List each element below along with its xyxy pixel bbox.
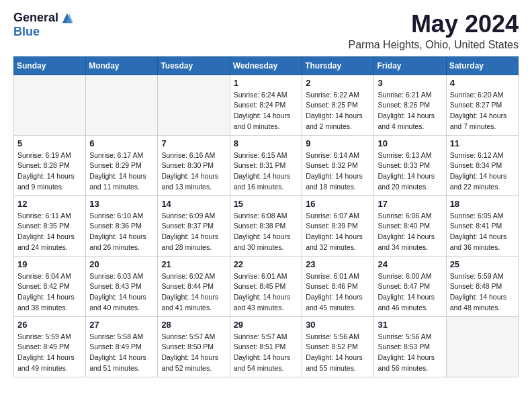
calendar-cell: 8Sunrise: 6:15 AMSunset: 8:31 PMDaylight… (230, 135, 302, 195)
calendar-cell: 4Sunrise: 6:20 AMSunset: 8:27 PMDaylight… (446, 75, 518, 135)
calendar-cell: 19Sunrise: 6:04 AMSunset: 8:42 PMDayligh… (14, 256, 86, 316)
page-header: General Blue May 2024 Parma Heights, Ohi… (13, 11, 519, 51)
day-info: Sunrise: 6:02 AMSunset: 8:44 PMDaylight:… (161, 271, 226, 314)
day-info: Sunrise: 6:20 AMSunset: 8:27 PMDaylight:… (450, 90, 515, 132)
calendar-cell: 3Sunrise: 6:21 AMSunset: 8:26 PMDaylight… (374, 75, 446, 135)
calendar-cell: 14Sunrise: 6:09 AMSunset: 8:37 PMDayligh… (158, 195, 230, 256)
calendar-cell: 21Sunrise: 6:02 AMSunset: 8:44 PMDayligh… (158, 256, 230, 316)
day-number: 24 (378, 259, 442, 269)
calendar-cell: 7Sunrise: 6:16 AMSunset: 8:30 PMDaylight… (158, 135, 230, 195)
day-number: 28 (161, 320, 226, 330)
calendar-cell: 13Sunrise: 6:10 AMSunset: 8:36 PMDayligh… (86, 195, 158, 256)
calendar-cell: 29Sunrise: 5:57 AMSunset: 8:51 PMDayligh… (230, 316, 302, 377)
day-number: 19 (17, 259, 82, 269)
day-number: 29 (234, 320, 299, 330)
calendar-cell: 30Sunrise: 5:56 AMSunset: 8:52 PMDayligh… (302, 316, 374, 377)
day-number: 12 (17, 199, 82, 209)
header-tuesday: Tuesday (158, 56, 230, 75)
calendar-cell: 23Sunrise: 6:01 AMSunset: 8:46 PMDayligh… (302, 256, 374, 316)
day-info: Sunrise: 5:59 AMSunset: 8:48 PMDaylight:… (450, 271, 515, 314)
day-info: Sunrise: 5:56 AMSunset: 8:52 PMDaylight:… (306, 332, 370, 374)
day-number: 16 (306, 199, 370, 209)
calendar-week-row: 5Sunrise: 6:19 AMSunset: 8:28 PMDaylight… (14, 135, 519, 195)
calendar-cell (14, 75, 86, 135)
header-saturday: Saturday (446, 56, 518, 75)
calendar-cell: 1Sunrise: 6:24 AMSunset: 8:24 PMDaylight… (230, 75, 302, 135)
calendar-week-row: 12Sunrise: 6:11 AMSunset: 8:35 PMDayligh… (14, 195, 519, 256)
day-info: Sunrise: 6:24 AMSunset: 8:24 PMDaylight:… (234, 90, 299, 132)
title-section: May 2024 Parma Heights, Ohio, United Sta… (349, 11, 519, 51)
month-title: May 2024 (349, 11, 519, 38)
day-number: 30 (306, 320, 370, 330)
calendar-cell: 5Sunrise: 6:19 AMSunset: 8:28 PMDaylight… (14, 135, 86, 195)
logo-blue-text: Blue (13, 25, 40, 39)
day-number: 7 (161, 138, 226, 148)
day-number: 15 (234, 199, 299, 209)
calendar-table: SundayMondayTuesdayWednesdayThursdayFrid… (13, 56, 519, 377)
calendar-week-row: 26Sunrise: 5:59 AMSunset: 8:49 PMDayligh… (14, 316, 519, 377)
day-info: Sunrise: 6:04 AMSunset: 8:42 PMDaylight:… (17, 271, 82, 314)
calendar-cell: 10Sunrise: 6:13 AMSunset: 8:33 PMDayligh… (374, 135, 446, 195)
day-info: Sunrise: 6:17 AMSunset: 8:29 PMDaylight:… (89, 150, 154, 193)
day-number: 21 (161, 259, 226, 269)
calendar-cell: 27Sunrise: 5:58 AMSunset: 8:49 PMDayligh… (86, 316, 158, 377)
day-number: 6 (89, 138, 154, 148)
calendar-cell (446, 316, 518, 377)
day-number: 11 (450, 138, 515, 148)
calendar-cell: 28Sunrise: 5:57 AMSunset: 8:50 PMDayligh… (158, 316, 230, 377)
day-info: Sunrise: 6:10 AMSunset: 8:36 PMDaylight:… (89, 211, 154, 253)
day-info: Sunrise: 6:05 AMSunset: 8:41 PMDaylight:… (450, 211, 515, 253)
day-info: Sunrise: 6:01 AMSunset: 8:46 PMDaylight:… (306, 271, 370, 314)
calendar-cell (158, 75, 230, 135)
day-info: Sunrise: 6:09 AMSunset: 8:37 PMDaylight:… (161, 211, 226, 253)
calendar-week-row: 19Sunrise: 6:04 AMSunset: 8:42 PMDayligh… (14, 256, 519, 316)
day-info: Sunrise: 6:01 AMSunset: 8:45 PMDaylight:… (234, 271, 299, 314)
calendar-cell: 17Sunrise: 6:06 AMSunset: 8:40 PMDayligh… (374, 195, 446, 256)
day-info: Sunrise: 6:12 AMSunset: 8:34 PMDaylight:… (450, 150, 515, 193)
calendar-cell: 15Sunrise: 6:08 AMSunset: 8:38 PMDayligh… (230, 195, 302, 256)
day-number: 14 (161, 199, 226, 209)
day-number: 9 (306, 138, 370, 148)
day-number: 25 (450, 259, 515, 269)
day-info: Sunrise: 6:14 AMSunset: 8:32 PMDaylight:… (306, 150, 370, 193)
day-info: Sunrise: 6:03 AMSunset: 8:43 PMDaylight:… (89, 271, 154, 314)
logo-icon (61, 12, 73, 24)
header-sunday: Sunday (14, 56, 86, 75)
day-number: 8 (234, 138, 299, 148)
calendar-cell: 26Sunrise: 5:59 AMSunset: 8:49 PMDayligh… (14, 316, 86, 377)
day-info: Sunrise: 6:21 AMSunset: 8:26 PMDaylight:… (378, 90, 442, 132)
calendar-cell: 22Sunrise: 6:01 AMSunset: 8:45 PMDayligh… (230, 256, 302, 316)
day-number: 27 (89, 320, 154, 330)
day-number: 1 (234, 78, 299, 88)
calendar-cell: 20Sunrise: 6:03 AMSunset: 8:43 PMDayligh… (86, 256, 158, 316)
day-number: 17 (378, 199, 442, 209)
header-friday: Friday (374, 56, 446, 75)
calendar-cell: 31Sunrise: 5:56 AMSunset: 8:53 PMDayligh… (374, 316, 446, 377)
day-info: Sunrise: 5:58 AMSunset: 8:49 PMDaylight:… (89, 332, 154, 374)
day-info: Sunrise: 5:57 AMSunset: 8:51 PMDaylight:… (234, 332, 299, 374)
day-info: Sunrise: 5:57 AMSunset: 8:50 PMDaylight:… (161, 332, 226, 374)
day-number: 20 (89, 259, 154, 269)
day-info: Sunrise: 6:15 AMSunset: 8:31 PMDaylight:… (234, 150, 299, 193)
calendar-cell: 11Sunrise: 6:12 AMSunset: 8:34 PMDayligh… (446, 135, 518, 195)
calendar-cell: 25Sunrise: 5:59 AMSunset: 8:48 PMDayligh… (446, 256, 518, 316)
day-number: 4 (450, 78, 515, 88)
day-info: Sunrise: 6:13 AMSunset: 8:33 PMDaylight:… (378, 150, 442, 193)
header-wednesday: Wednesday (230, 56, 302, 75)
calendar-cell: 2Sunrise: 6:22 AMSunset: 8:25 PMDaylight… (302, 75, 374, 135)
day-info: Sunrise: 5:59 AMSunset: 8:49 PMDaylight:… (17, 332, 82, 374)
day-info: Sunrise: 6:22 AMSunset: 8:25 PMDaylight:… (306, 90, 370, 132)
day-info: Sunrise: 6:19 AMSunset: 8:28 PMDaylight:… (17, 150, 82, 193)
calendar-cell: 9Sunrise: 6:14 AMSunset: 8:32 PMDaylight… (302, 135, 374, 195)
day-number: 26 (17, 320, 82, 330)
day-info: Sunrise: 6:08 AMSunset: 8:38 PMDaylight:… (234, 211, 299, 253)
location-title: Parma Heights, Ohio, United States (349, 39, 519, 51)
calendar-cell: 24Sunrise: 6:00 AMSunset: 8:47 PMDayligh… (374, 256, 446, 316)
calendar-header-row: SundayMondayTuesdayWednesdayThursdayFrid… (14, 56, 519, 75)
logo-general-text: General (13, 11, 58, 25)
day-info: Sunrise: 6:07 AMSunset: 8:39 PMDaylight:… (306, 211, 370, 253)
calendar-cell: 16Sunrise: 6:07 AMSunset: 8:39 PMDayligh… (302, 195, 374, 256)
day-number: 3 (378, 78, 442, 88)
logo: General Blue (13, 11, 73, 39)
day-info: Sunrise: 6:11 AMSunset: 8:35 PMDaylight:… (17, 211, 82, 253)
